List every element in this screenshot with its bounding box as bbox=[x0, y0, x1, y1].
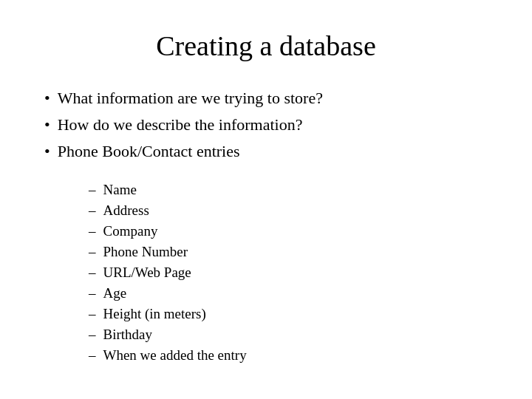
sub-bullet-4-text: Phone Number bbox=[103, 244, 188, 260]
sub-bullet-5-text: URL/Web Page bbox=[103, 265, 191, 281]
bullet-2-text: How do we describe the information? bbox=[58, 115, 303, 134]
sub-bullet-9: When we added the entry bbox=[89, 347, 488, 364]
main-bullet-list: What information are we trying to store?… bbox=[44, 89, 488, 168]
sub-bullet-8: Birthday bbox=[89, 327, 488, 343]
slide: Creating a database What information are… bbox=[0, 0, 532, 399]
sub-bullet-2: Address bbox=[89, 202, 488, 219]
sub-bullet-1: Name bbox=[89, 182, 488, 198]
bullet-2: How do we describe the information? bbox=[44, 115, 488, 134]
bullet-1: What information are we trying to store? bbox=[44, 89, 488, 108]
sub-bullet-list: Name Address Company Phone Number URL/We… bbox=[89, 182, 488, 368]
sub-bullet-1-text: Name bbox=[103, 182, 137, 198]
bullet-3-text: Phone Book/Contact entries bbox=[58, 142, 240, 161]
sub-bullet-8-text: Birthday bbox=[103, 327, 153, 343]
sub-bullet-5: URL/Web Page bbox=[89, 265, 488, 281]
sub-bullet-6-text: Age bbox=[103, 285, 127, 301]
sub-bullet-3: Company bbox=[89, 223, 488, 239]
sub-bullet-7-text: Height (in meters) bbox=[103, 306, 206, 322]
sub-bullet-3-text: Company bbox=[103, 223, 158, 239]
bullet-1-text: What information are we trying to store? bbox=[58, 89, 323, 108]
sub-bullet-4: Phone Number bbox=[89, 244, 488, 260]
bullet-3: Phone Book/Contact entries bbox=[44, 142, 488, 161]
sub-bullet-9-text: When we added the entry bbox=[103, 347, 247, 364]
slide-title: Creating a database bbox=[44, 30, 488, 62]
sub-bullet-7: Height (in meters) bbox=[89, 306, 488, 322]
sub-bullet-2-text: Address bbox=[103, 202, 149, 219]
sub-bullet-6: Age bbox=[89, 285, 488, 301]
